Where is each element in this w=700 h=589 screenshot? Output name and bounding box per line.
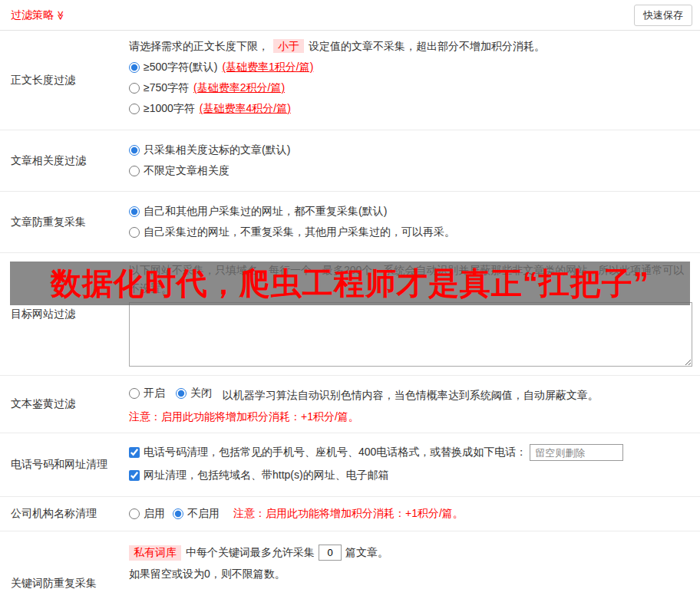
porn-filter-content: 开启 关闭 以机器学习算法自动识别色情内容，当色情概率达到系统阈值，自动屏蔽文章… — [129, 376, 700, 433]
keyword-rule-unlimited: 如果留空或设为0，则不限篇数。 — [129, 568, 692, 581]
row-phone-url-cleanup: 电话号码和网址清理 电话号码清理，包括常见的手机号、座机号、400电话格式，或替… — [0, 433, 700, 497]
phone-cleanup-label: 电话号码清理，包括常见的手机号、座机号、400电话格式，或替换成如下电话： — [144, 446, 527, 459]
dedup-filter-label: 文章防重复采集 — [0, 192, 129, 252]
length-option-750[interactable]: ≥750字符 (基础费率2积分/篇) — [129, 81, 692, 95]
row-keyword-dedup: 关键词防重复采集 私有词库 中每个关键词最多允许采集 篇文章。 如果留空或设为0… — [0, 531, 700, 589]
company-option-off[interactable]: 不启用 — [173, 507, 220, 521]
porn-option-on[interactable]: 开启 — [129, 387, 165, 400]
dedup-filter-content: 自己和其他用户采集过的网址，都不重复采集(默认) 自己采集过的网址，不重复采集，… — [129, 192, 700, 252]
length-option-1000-fee-note: (基础费率4积分/篇) — [200, 102, 291, 116]
page-title[interactable]: 过滤策略 ≫ — [11, 8, 66, 22]
keyword-dedup-content: 私有词库 中每个关键词最多允许采集 篇文章。 如果留空或设为0，则不限篇数。 如… — [129, 531, 700, 589]
phone-url-cleanup-label: 电话号码和网址清理 — [0, 433, 129, 496]
overlay-ad-banner: 数据化时代，爬虫工程师才是真正“扛把子” — [10, 262, 690, 305]
length-filter-intro: 请选择需求的正文长度下限，小于设定值的文章不采集，超出部分不增加积分消耗。 — [129, 40, 692, 54]
length-radio-1000[interactable] — [129, 104, 140, 114]
page-title-text: 过滤策略 — [11, 8, 54, 22]
company-cleanup-note: 注意：启用此功能将增加积分消耗：+1积分/篇。 — [233, 507, 464, 521]
relevance-radio-any[interactable] — [129, 166, 140, 176]
length-option-750-fee-note: (基础费率2积分/篇) — [193, 81, 285, 95]
url-cleanup-checkbox[interactable] — [129, 470, 140, 481]
relevance-option-strict-label: 只采集相关度达标的文章(默认) — [144, 143, 290, 157]
keyword-count-input[interactable] — [319, 545, 342, 561]
porn-option-off[interactable]: 关闭 — [176, 387, 212, 400]
intro-highlight: 小于 — [273, 39, 304, 53]
collapse-icon[interactable]: ≫ — [55, 10, 66, 20]
porn-option-off-label: 关闭 — [190, 387, 212, 400]
phone-cleanup-checkbox[interactable] — [129, 447, 140, 458]
dedup-option-global-label: 自己和其他用户采集过的网址，都不重复采集(默认) — [144, 205, 387, 219]
length-option-750-label: ≥750字符 — [144, 81, 189, 95]
blocked-domains-textarea[interactable] — [129, 302, 692, 367]
length-option-500[interactable]: ≥500字符(默认) (基础费率1积分/篇) — [129, 61, 692, 74]
length-option-1000-label: ≥1000字符 — [144, 102, 195, 116]
intro-text-post: 设定值的文章不采集，超出部分不增加积分消耗。 — [309, 40, 545, 52]
row-company-cleanup: 公司机构名称清理 启用 不启用 注意：启用此功能将增加积分消耗：+1积分/篇。 — [0, 497, 700, 531]
keyword-limit-suffix: 篇文章。 — [345, 546, 388, 560]
url-cleanup-line: 网址清理，包括纯域名、带http(s)的网址、电子邮箱 — [129, 469, 692, 482]
overlay-ad-banner-text: 数据化时代，爬虫工程师才是真正“扛把子” — [51, 262, 649, 304]
relevance-option-any[interactable]: 不限定文章相关度 — [129, 164, 692, 178]
row-relevance-filter: 文章相关度过滤 只采集相关度达标的文章(默认) 不限定文章相关度 — [0, 130, 700, 192]
porn-radio-on[interactable] — [129, 388, 140, 399]
company-cleanup-content: 启用 不启用 注意：启用此功能将增加积分消耗：+1积分/篇。 — [129, 497, 700, 531]
keyword-limit-line: 私有词库 中每个关键词最多允许采集 篇文章。 — [129, 545, 692, 561]
length-option-1000[interactable]: ≥1000字符 (基础费率4积分/篇) — [129, 102, 692, 116]
company-option-on[interactable]: 启用 — [129, 507, 165, 521]
row-dedup-filter: 文章防重复采集 自己和其他用户采集过的网址，都不重复采集(默认) 自己采集过的网… — [0, 192, 700, 253]
length-filter-content: 请选择需求的正文长度下限，小于设定值的文章不采集，超出部分不增加积分消耗。 ≥5… — [129, 31, 700, 130]
intro-text-pre: 请选择需求的正文长度下限， — [129, 40, 269, 52]
company-option-on-label: 启用 — [144, 507, 165, 521]
keyword-limit-text: 中每个关键词最多允许采集 — [186, 546, 315, 560]
keyword-dedup-label: 关键词防重复采集 — [0, 531, 129, 589]
dedup-option-self[interactable]: 自己采集过的网址，不重复采集，其他用户采集过的，可以再采。 — [129, 225, 692, 239]
relevance-filter-label: 文章相关度过滤 — [0, 130, 129, 191]
length-option-500-fee-note: (基础费率1积分/篇) — [222, 61, 313, 74]
length-radio-500[interactable] — [129, 62, 140, 73]
company-cleanup-label: 公司机构名称清理 — [0, 497, 129, 531]
relevance-filter-content: 只采集相关度达标的文章(默认) 不限定文章相关度 — [129, 130, 700, 191]
dedup-option-self-label: 自己采集过的网址，不重复采集，其他用户采集过的，可以再采。 — [144, 225, 455, 239]
dedup-radio-self[interactable] — [129, 227, 140, 238]
relevance-option-any-label: 不限定文章相关度 — [144, 164, 229, 178]
length-option-500-label: ≥500字符(默认) — [144, 61, 217, 74]
row-porn-filter: 文本鉴黄过滤 开启 关闭 以机器学习算法自动识别色情内容，当色情概率达到系统阈值… — [0, 376, 700, 433]
dedup-option-global[interactable]: 自己和其他用户采集过的网址，都不重复采集(默认) — [129, 205, 692, 219]
length-filter-label: 正文长度过滤 — [0, 31, 129, 130]
company-radio-off[interactable] — [173, 508, 183, 519]
porn-filter-note: 注意：启用此功能将增加积分消耗：+1积分/篇。 — [129, 410, 692, 424]
porn-radio-off[interactable] — [176, 388, 187, 399]
private-lexicon-badge: 私有词库 — [129, 545, 181, 561]
company-radio-on[interactable] — [129, 508, 140, 519]
porn-filter-desc: 以机器学习算法自动识别色情内容，当色情概率达到系统阈值，自动屏蔽文章。 — [223, 389, 599, 401]
phone-url-cleanup-content: 电话号码清理，包括常见的手机号、座机号、400电话格式，或替换成如下电话： 网址… — [129, 433, 700, 496]
top-bar: 过滤策略 ≫ 快速保存 — [0, 0, 700, 31]
company-option-off-label: 不启用 — [187, 507, 220, 521]
porn-option-on-label: 开启 — [144, 387, 165, 400]
relevance-option-strict[interactable]: 只采集相关度达标的文章(默认) — [129, 143, 692, 157]
porn-filter-options: 开启 关闭 以机器学习算法自动识别色情内容，当色情概率达到系统阈值，自动屏蔽文章… — [129, 385, 692, 403]
phone-cleanup-line: 电话号码清理，包括常见的手机号、座机号、400电话格式，或替换成如下电话： — [129, 444, 692, 461]
porn-filter-label: 文本鉴黄过滤 — [0, 376, 129, 433]
url-cleanup-label: 网址清理，包括纯域名、带http(s)的网址、电子邮箱 — [144, 469, 389, 482]
row-length-filter: 正文长度过滤 请选择需求的正文长度下限，小于设定值的文章不采集，超出部分不增加积… — [0, 31, 700, 130]
relevance-radio-strict[interactable] — [129, 145, 140, 156]
length-radio-750[interactable] — [129, 83, 140, 94]
filter-strategy-page: 过滤策略 ≫ 快速保存 正文长度过滤 请选择需求的正文长度下限，小于设定值的文章… — [0, 0, 700, 589]
dedup-radio-global[interactable] — [129, 206, 140, 217]
replacement-phone-input[interactable] — [530, 444, 623, 461]
quick-save-button[interactable]: 快速保存 — [634, 5, 692, 26]
